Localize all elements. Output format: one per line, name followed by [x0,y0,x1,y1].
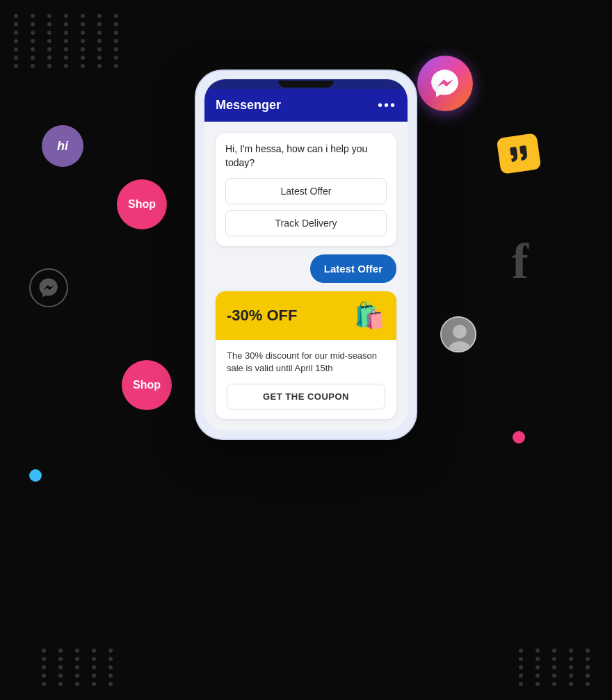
user-message-bubble: Latest Offer [216,254,396,283]
offer-description-text: The 30% discount for our mid-season sale… [227,350,385,375]
user-message-text: Latest Offer [310,254,396,283]
offer-banner: -30% OFF 🛍️ [216,291,396,340]
messenger-small-icon [38,277,59,298]
bot-message-bubble: Hi, I'm hessa, how can i help you today?… [216,133,396,246]
messenger-lightning-icon [430,68,460,99]
shop-bubble-2: Shop [122,360,172,410]
pink-dot-decoration [513,431,525,443]
blue-dot-decoration [29,469,42,482]
offer-card: -30% OFF 🛍️ The 30% discount for our mid… [216,291,396,418]
phone-mockup: Messenger ••• Hi, I'm hessa, how can i h… [195,70,417,440]
avatar-svg [442,318,476,352]
dot-grid-bottom-right [519,649,598,686]
shop-label-2: Shop [133,379,161,391]
user-avatar [440,316,476,352]
quote-icon-badge [497,133,542,174]
shop-bubble-1: Shop [117,179,167,229]
svg-point-1 [453,325,467,339]
facebook-f-letter: f [512,234,529,289]
messenger-circle-icon [29,268,68,307]
offer-bags-emoji: 🛍️ [354,301,385,330]
shop-label-1: Shop [128,198,156,211]
track-delivery-option-button[interactable]: Track Delivery [225,210,387,236]
latest-offer-option-button[interactable]: Latest Offer [225,178,387,204]
offer-body: The 30% discount for our mid-season sale… [216,340,396,418]
offer-discount-text: -30% OFF [227,307,297,325]
bot-message-text: Hi, I'm hessa, how can i help you today? [225,143,387,170]
get-coupon-button[interactable]: GET THE COUPON [227,384,385,409]
dot-grid-top-left [14,14,127,68]
chat-area: Hi, I'm hessa, how can i help you today?… [204,122,408,430]
phone-notch [278,81,334,88]
messenger-header: Messenger ••• [204,89,408,122]
messenger-menu-dots[interactable]: ••• [378,97,396,113]
messenger-app-icon [417,56,473,111]
facebook-icon: f [512,236,529,286]
hi-bubble: hi [42,125,83,167]
quote-icon [508,143,530,165]
phone-screen: Messenger ••• Hi, I'm hessa, how can i h… [204,79,408,430]
phone-status-bar [204,79,408,89]
hi-label: hi [57,139,68,154]
dot-grid-bottom-left [42,649,121,686]
messenger-app-title: Messenger [216,98,281,113]
